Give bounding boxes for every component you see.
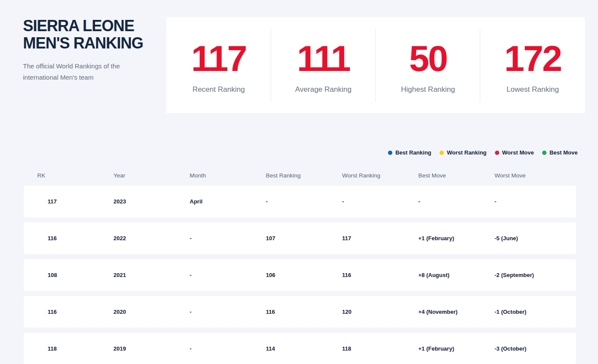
table-cell: 108 — [37, 272, 113, 278]
table-cell: +8 (August) — [418, 272, 495, 278]
legend-label: Worst Move — [502, 149, 534, 156]
table-cell: - — [266, 198, 342, 205]
column-header-year: Year — [113, 172, 190, 179]
table-cell: - — [190, 272, 266, 278]
column-header-rk: RK — [37, 172, 113, 179]
stat-lowest-ranking: 172 Lowest Ranking — [480, 17, 585, 113]
table-cell: 117 — [342, 235, 418, 242]
stat-value: 111 — [297, 40, 350, 77]
legend-item-best-move: Best Move — [542, 149, 578, 156]
column-header-best-ranking: Best Ranking — [266, 172, 342, 179]
table-row: 1162020-116120+4 (November)-1 (October) — [24, 296, 576, 328]
rankings-history-table: RK Year Month Best Ranking Worst Ranking… — [24, 172, 576, 364]
table-cell: 116 — [266, 309, 342, 315]
page: SIERRA LEONE MEN'S RANKING The official … — [0, 0, 598, 364]
stat-highest-ranking: 50 Highest Ranking — [376, 17, 481, 113]
table-cell: -2 (September) — [495, 272, 571, 278]
stat-average-ranking: 111 Average Ranking — [271, 17, 376, 113]
page-title-line2: MEN'S RANKING — [23, 35, 153, 52]
table-cell: - — [342, 198, 418, 205]
ranking-stats-card: 117 Recent Ranking 111 Average Ranking 5… — [166, 17, 585, 113]
stat-value: 50 — [409, 40, 447, 77]
column-header-worst-move: Worst Move — [495, 172, 571, 179]
table-cell: 116 — [37, 235, 113, 242]
table-row: 1162022-107117+1 (February)-5 (June) — [24, 222, 576, 254]
table-cell: - — [190, 235, 266, 242]
page-title: SIERRA LEONE MEN'S RANKING — [23, 17, 153, 52]
table-row: 1082021-106116+8 (August)-2 (September) — [24, 259, 576, 291]
table-cell: 2023 — [113, 198, 190, 205]
heading-block: SIERRA LEONE MEN'S RANKING The official … — [23, 17, 153, 83]
stat-value: 117 — [191, 40, 246, 77]
red-dot-icon — [495, 151, 499, 155]
table-cell: +4 (November) — [418, 309, 495, 315]
stat-label: Highest Ranking — [401, 85, 455, 94]
table-cell: 118 — [342, 345, 418, 352]
stat-value: 172 — [504, 40, 561, 77]
stat-recent-ranking: 117 Recent Ranking — [166, 17, 271, 113]
table-body: 1172023April----1162022-107117+1 (Februa… — [24, 186, 576, 364]
table-cell: 116 — [37, 309, 113, 315]
stat-label: Lowest Ranking — [507, 85, 559, 94]
table-cell: -3 (October) — [495, 345, 571, 352]
table-cell: 2022 — [113, 235, 190, 242]
table-cell: 2021 — [113, 272, 190, 278]
table-cell: - — [495, 198, 571, 205]
blue-dot-icon — [388, 151, 392, 155]
table-legend: Best Ranking Worst Ranking Worst Move Be… — [388, 149, 578, 156]
table-row: 1182019-114118+1 (February)-3 (October) — [24, 333, 576, 364]
yellow-dot-icon — [440, 151, 444, 155]
table-cell: 116 — [342, 272, 418, 278]
page-subtitle: The official World Rankings of the inter… — [23, 61, 140, 83]
table-cell: - — [418, 198, 495, 205]
table-cell: April — [190, 198, 266, 205]
legend-label: Best Ranking — [395, 149, 431, 156]
legend-label: Worst Ranking — [447, 149, 487, 156]
table-cell: 117 — [37, 198, 113, 205]
table-cell: - — [190, 345, 266, 352]
stat-label: Recent Ranking — [192, 85, 245, 94]
table-cell: +1 (February) — [418, 345, 495, 352]
column-header-best-move: Best Move — [418, 172, 495, 179]
table-cell: 2019 — [113, 345, 190, 352]
table-cell: 114 — [266, 345, 342, 352]
table-cell: -5 (June) — [495, 235, 571, 242]
table-cell: 118 — [37, 345, 113, 352]
column-header-month: Month — [190, 172, 266, 179]
table-cell: 120 — [342, 309, 418, 315]
table-cell: +1 (February) — [418, 235, 495, 242]
table-cell: -1 (October) — [495, 309, 571, 315]
table-cell: 107 — [266, 235, 342, 242]
legend-item-worst-move: Worst Move — [495, 149, 534, 156]
green-dot-icon — [542, 151, 546, 155]
table-cell: - — [190, 309, 266, 315]
table-header-row: RK Year Month Best Ranking Worst Ranking… — [24, 172, 576, 179]
legend-label: Best Move — [550, 149, 578, 156]
table-row: 1172023April---- — [24, 186, 576, 217]
stat-label: Average Ranking — [295, 85, 352, 94]
table-cell: 106 — [266, 272, 342, 278]
legend-item-worst-ranking: Worst Ranking — [440, 149, 487, 156]
column-header-worst-ranking: Worst Ranking — [342, 172, 418, 179]
table-cell: 2020 — [113, 309, 190, 315]
legend-item-best-ranking: Best Ranking — [388, 149, 431, 156]
page-title-line1: SIERRA LEONE — [23, 17, 153, 35]
